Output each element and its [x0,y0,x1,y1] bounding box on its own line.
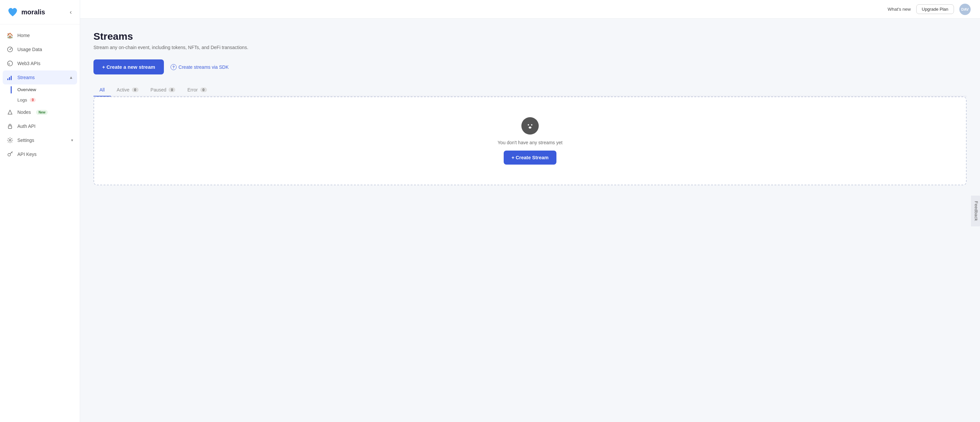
sidebar-item-nodes[interactable]: Nodes New [0,105,80,119]
svg-text:$: $ [8,62,10,65]
main-content: Streams Stream any on-chain event, inclu… [80,19,980,422]
svg-point-12 [528,124,529,126]
sidebar-item-api-keys[interactable]: API Keys [0,147,80,161]
create-new-stream-button[interactable]: + Create a new stream [94,59,164,75]
top-header: What's new Upgrade Plan DAV [80,0,980,19]
svg-rect-5 [9,77,10,80]
nodes-icon [7,109,13,116]
svg-point-14 [529,127,531,129]
empty-state-icon [521,117,539,135]
streams-chevron-icon: ▲ [69,75,73,80]
feedback-tab[interactable]: Feedback [971,196,980,226]
settings-chevron-icon: ▾ [71,138,73,143]
sidebar-logo: moralis ‹ [0,0,80,24]
svg-rect-4 [7,78,8,80]
tab-paused-badge: 0 [169,88,175,92]
sidebar-item-auth-api[interactable]: Auth API [0,119,80,133]
svg-rect-6 [11,76,12,80]
tabs-row: All Active 0 Paused 0 Error 0 [94,84,967,97]
sdk-link-label: Create streams via SDK [178,64,229,70]
sidebar-item-logs-label: Logs [18,97,27,102]
api-keys-icon [7,151,13,158]
create-stream-button[interactable]: + Create Stream [504,151,557,165]
logo-wrapper: moralis [7,6,45,18]
sidebar-item-web3-apis[interactable]: $ Web3 APIs [0,56,80,70]
sidebar-item-home[interactable]: 🏠 Home [0,29,80,42]
tab-error-label: Error [187,87,197,92]
sidebar-item-settings[interactable]: Settings ▾ [0,133,80,147]
streams-icon [7,74,13,81]
sidebar-item-overview-label: Overview [18,87,36,92]
tab-active-label: Active [117,87,129,92]
sidebar-collapse-button[interactable]: ‹ [68,7,73,17]
svg-point-1 [10,49,11,50]
svg-point-11 [525,121,535,131]
auth-api-icon [7,123,13,129]
page-title: Streams [94,31,967,42]
main-wrapper: What's new Upgrade Plan DAV Streams Stre… [80,0,980,422]
tab-all[interactable]: All [94,84,111,97]
logs-badge: 0 [30,98,36,102]
create-via-sdk-link[interactable]: ? Create streams via SDK [170,64,229,70]
overview-active-bar [11,86,12,94]
sidebar-item-api-keys-label: API Keys [18,151,37,157]
empty-state-text: You don't have any streams yet [498,140,562,145]
sidebar-item-auth-api-label: Auth API [18,124,35,129]
svg-point-13 [531,124,532,126]
home-icon: 🏠 [7,32,13,39]
svg-rect-8 [8,126,12,129]
web3-apis-icon: $ [7,60,13,67]
user-avatar[interactable]: DAV [959,4,970,15]
tab-error-badge: 0 [200,88,207,92]
usage-data-icon [7,46,13,53]
sidebar-item-web3-apis-label: Web3 APIs [18,61,40,66]
sidebar: moralis ‹ 🏠 Home Usage Data $ Web3 APIs [0,0,80,422]
surprised-face-svg [525,121,535,131]
sidebar-item-streams-label: Streams [18,75,35,80]
tab-error[interactable]: Error 0 [181,84,213,97]
tab-all-label: All [99,87,105,92]
sdk-help-icon: ? [170,64,177,70]
actions-row: + Create a new stream ? Create streams v… [94,59,967,75]
svg-point-9 [10,140,11,141]
settings-icon [7,137,13,143]
sidebar-item-nodes-label: Nodes [18,110,31,115]
sidebar-item-home-label: Home [18,33,30,38]
sidebar-item-logs[interactable]: Logs 0 [0,95,80,105]
tab-active[interactable]: Active 0 [111,84,145,97]
logo-text: moralis [21,8,45,16]
streams-subnav: Overview Logs 0 [0,84,80,105]
upgrade-plan-button[interactable]: Upgrade Plan [916,4,954,14]
sidebar-item-usage-data[interactable]: Usage Data [0,42,80,56]
nodes-new-badge: New [36,110,48,115]
tab-paused[interactable]: Paused 0 [145,84,181,97]
sidebar-nav: 🏠 Home Usage Data $ Web3 APIs [0,24,80,422]
tab-paused-label: Paused [151,87,166,92]
sidebar-item-streams[interactable]: Streams ▲ [3,70,77,84]
page-subtitle: Stream any on-chain event, including tok… [94,45,967,50]
tab-active-badge: 0 [132,88,138,92]
sidebar-item-overview[interactable]: Overview [0,84,80,95]
empty-state-box: You don't have any streams yet + Create … [94,97,967,185]
moralis-logo-icon [7,6,19,18]
sidebar-item-settings-label: Settings [18,137,34,143]
sidebar-item-usage-data-label: Usage Data [18,47,42,52]
whats-new-link[interactable]: What's new [888,7,911,12]
